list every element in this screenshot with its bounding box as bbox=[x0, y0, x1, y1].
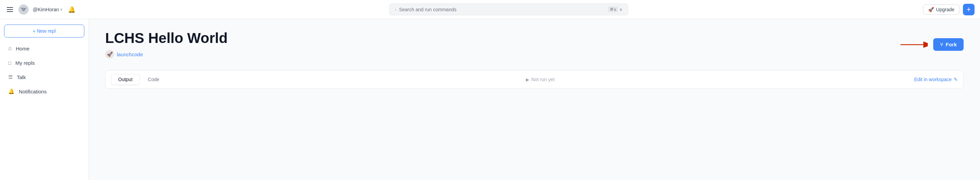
fork-section: ⑂ Fork bbox=[900, 30, 964, 51]
notifications-icon: 🔔 bbox=[8, 88, 15, 95]
new-item-button[interactable]: + bbox=[963, 4, 975, 15]
user-name: @KimHoran bbox=[33, 7, 59, 12]
repl-title: LCHS Hello World bbox=[105, 30, 900, 46]
search-dropdown-icon: ∨ bbox=[619, 7, 622, 12]
chevron-right-icon: › bbox=[395, 7, 396, 12]
search-bar[interactable]: › Search and run commands ⌘ k ∨ bbox=[389, 3, 628, 15]
repls-icon: □ bbox=[8, 60, 11, 66]
nav-left: @KimHoran ∨ 🔔 bbox=[5, 5, 94, 15]
tabs-left: Output Code bbox=[111, 74, 166, 85]
sidebar-item-label: Talk bbox=[17, 74, 26, 80]
nav-center: › Search and run commands ⌘ k ∨ bbox=[98, 3, 919, 15]
tab-code[interactable]: Code bbox=[141, 74, 166, 85]
sidebar-item-label: Notifications bbox=[19, 88, 47, 95]
chevron-down-icon: ∨ bbox=[60, 8, 62, 11]
main-layout: + New repl ⌂ Home □ My repls ☰ Talk 🔔 No… bbox=[0, 19, 980, 180]
sidebar-item-notifications[interactable]: 🔔 Notifications bbox=[4, 85, 84, 98]
tabs-panel: Output Code ▶ Not run yet Edit in worksp… bbox=[105, 70, 964, 88]
sidebar-item-my-repls[interactable]: □ My repls bbox=[4, 57, 84, 69]
talk-icon: ☰ bbox=[8, 74, 13, 80]
repl-author: 🚀 launchcode bbox=[105, 50, 900, 58]
search-shortcut: ⌘ k ∨ bbox=[608, 6, 622, 12]
svg-point-5 bbox=[25, 8, 26, 9]
sidebar: + New repl ⌂ Home □ My repls ☰ Talk 🔔 No… bbox=[0, 19, 89, 180]
title-section: LCHS Hello World 🚀 launchcode bbox=[105, 30, 900, 67]
hamburger-icon[interactable] bbox=[5, 6, 14, 13]
run-status-area: ▶ Not run yet bbox=[166, 77, 915, 82]
fork-icon: ⑂ bbox=[940, 42, 943, 47]
user-menu[interactable]: @KimHoran ∨ bbox=[33, 7, 62, 12]
nav-right: 🚀 Upgrade + bbox=[923, 4, 975, 15]
play-icon: ▶ bbox=[526, 77, 529, 82]
author-name[interactable]: launchcode bbox=[117, 52, 143, 57]
upgrade-button[interactable]: 🚀 Upgrade bbox=[923, 5, 959, 15]
tab-output[interactable]: Output bbox=[111, 74, 140, 85]
rocket-icon: 🚀 bbox=[107, 52, 113, 57]
search-placeholder-text: Search and run commands bbox=[399, 7, 457, 12]
bell-icon[interactable]: 🔔 bbox=[67, 5, 77, 15]
new-repl-button[interactable]: + New repl bbox=[4, 25, 84, 38]
home-icon: ⌂ bbox=[8, 45, 12, 52]
author-avatar: 🚀 bbox=[105, 50, 114, 58]
svg-point-4 bbox=[21, 8, 22, 9]
fork-button[interactable]: ⑂ Fork bbox=[933, 38, 964, 51]
sidebar-item-home[interactable]: ⌂ Home bbox=[4, 42, 84, 55]
sidebar-item-talk[interactable]: ☰ Talk bbox=[4, 71, 84, 84]
avatar bbox=[18, 5, 29, 15]
edit-icon: ✎ bbox=[954, 77, 958, 82]
navbar: @KimHoran ∨ 🔔 › Search and run commands … bbox=[0, 0, 980, 19]
header-row: LCHS Hello World 🚀 launchcode bbox=[105, 30, 964, 67]
red-arrow-icon bbox=[900, 41, 928, 49]
rocket-icon: 🚀 bbox=[928, 7, 934, 12]
content-area: LCHS Hello World 🚀 launchcode bbox=[89, 19, 980, 180]
edit-workspace-link[interactable]: Edit in workspace ✎ bbox=[914, 77, 958, 82]
sidebar-item-label: Home bbox=[16, 46, 29, 52]
run-status-text: Not run yet bbox=[531, 77, 555, 82]
sidebar-item-label: My repls bbox=[15, 60, 35, 66]
cmd-kbd: ⌘ k bbox=[608, 6, 618, 12]
